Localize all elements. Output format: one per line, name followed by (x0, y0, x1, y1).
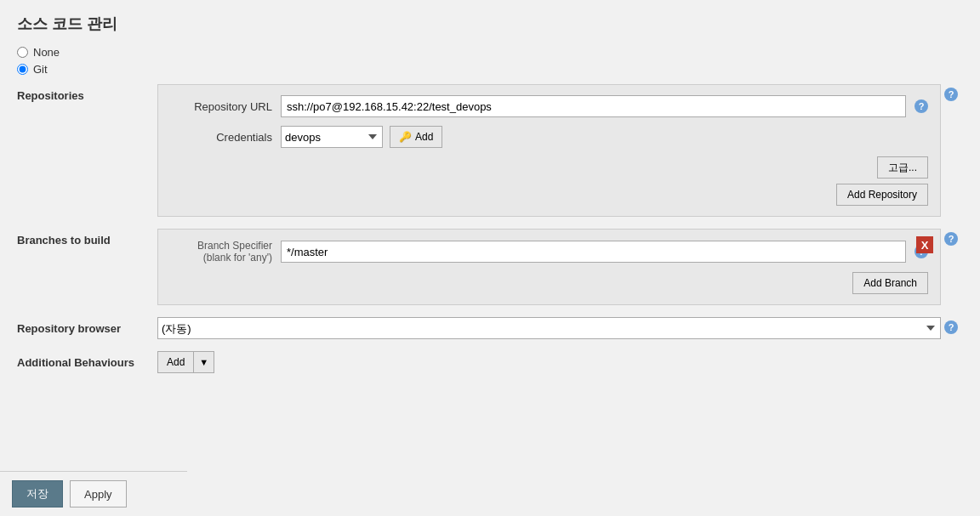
branches-help-icon[interactable]: ? (944, 232, 958, 246)
credentials-row: Credentials devops 🔑 Add (170, 126, 928, 148)
branches-label: Branches to build (17, 229, 157, 247)
credentials-controls: devops 🔑 Add (281, 126, 442, 148)
add-credentials-button[interactable]: 🔑 Add (390, 126, 442, 148)
repo-browser-select[interactable]: (자동) (157, 317, 941, 339)
page-title: 소스 코드 관리 (17, 14, 963, 34)
repo-browser-label: Repository browser (17, 317, 157, 335)
none-radio[interactable] (17, 47, 28, 58)
branch-specifier-input[interactable] (281, 241, 906, 263)
add-repo-row: Add Repository (170, 184, 928, 206)
repositories-content: Repository URL ? Credentials devops 🔑 Ad… (157, 84, 941, 217)
advanced-btn-row: 고급... (170, 156, 928, 179)
repo-url-help-icon[interactable]: ? (914, 99, 928, 113)
advanced-button[interactable]: 고급... (877, 156, 928, 179)
branch-specifier-label: Branch Specifier (blank for 'any') (170, 240, 272, 264)
branch-close-button[interactable]: X (916, 236, 933, 253)
add-branch-button[interactable]: Add Branch (852, 272, 928, 294)
none-radio-item[interactable]: None (17, 46, 963, 59)
branches-help-outer: ? (941, 229, 963, 246)
branches-content: X Branch Specifier (blank for 'any') ? A… (157, 229, 941, 305)
repo-url-row: Repository URL ? (170, 95, 928, 117)
branch-specifier-row: Branch Specifier (blank for 'any') ? (170, 240, 928, 264)
page-container: 소스 코드 관리 None Git Repositories Repositor… (0, 0, 980, 399)
repo-url-input[interactable] (281, 95, 906, 117)
additional-behaviours-label: Additional Behaviours (17, 351, 157, 369)
credentials-select[interactable]: devops (281, 126, 383, 148)
branches-section-row: Branches to build X Branch Specifier (bl… (17, 229, 963, 305)
git-radio[interactable] (17, 64, 28, 75)
git-radio-item[interactable]: Git (17, 63, 963, 76)
git-label: Git (33, 63, 48, 76)
credentials-label: Credentials (170, 131, 272, 144)
add-repository-button[interactable]: Add Repository (836, 184, 928, 206)
repo-browser-help-outer: ? (941, 317, 963, 334)
add-behaviours-controls: Add ▼ (157, 351, 214, 373)
repositories-help-outer: ? (941, 84, 963, 101)
repositories-section-row: Repositories Repository URL ? Credential… (17, 84, 963, 217)
repo-browser-section-row: Repository browser (자동) ? (17, 317, 963, 339)
repositories-label: Repositories (17, 84, 157, 102)
additional-behaviours-row: Additional Behaviours Add ▼ (17, 351, 963, 373)
add-branch-row: Add Branch (170, 272, 928, 294)
add-behaviours-dropdown-arrow[interactable]: ▼ (193, 351, 214, 373)
add-cred-label: Add (415, 131, 433, 143)
key-icon: 🔑 (399, 131, 412, 143)
repo-browser-help-icon[interactable]: ? (944, 320, 958, 334)
repo-url-label: Repository URL (170, 100, 272, 113)
add-behaviours-button[interactable]: Add (157, 351, 193, 373)
none-label: None (33, 46, 60, 59)
scm-radio-group: None Git (17, 46, 963, 76)
repositories-help-icon[interactable]: ? (944, 88, 958, 101)
